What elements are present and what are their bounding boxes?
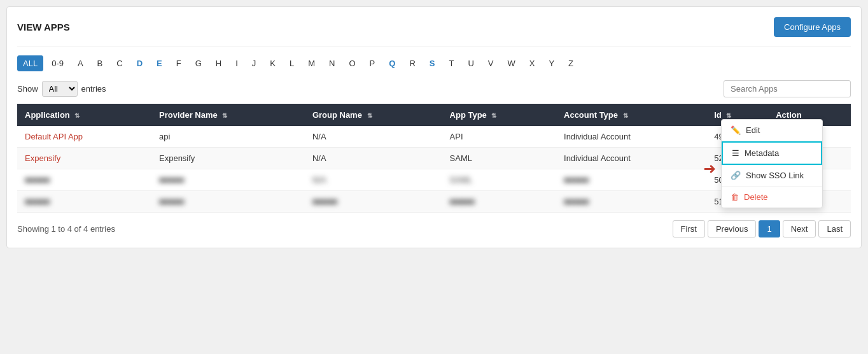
alpha-btn-m[interactable]: M: [302, 55, 321, 71]
page-btn-previous[interactable]: Previous: [708, 220, 757, 237]
alpha-btn-q[interactable]: Q: [383, 55, 401, 71]
alpha-btn-p[interactable]: P: [364, 55, 381, 71]
showing-text: Showing 1 to 4 of 4 entries: [17, 224, 115, 234]
account-type-cell: Individual Account: [556, 126, 706, 148]
alpha-btn-f[interactable]: F: [171, 55, 187, 71]
group-name-cell: N/A: [305, 126, 442, 148]
entries-label: entries: [81, 84, 106, 94]
alpha-btn-x[interactable]: X: [524, 55, 541, 71]
entries-select[interactable]: All102550100: [42, 81, 78, 97]
col-group-name[interactable]: Group Name ⇅: [305, 104, 442, 126]
context-menu-item-show-sso-link[interactable]: 🔗Show SSO Link: [722, 165, 822, 187]
alpha-btn-v[interactable]: V: [482, 55, 500, 71]
col-provider-name[interactable]: Provider Name ⇅: [151, 104, 305, 126]
alpha-btn-w[interactable]: W: [501, 55, 521, 71]
page-btn-last[interactable]: Last: [818, 220, 851, 237]
alpha-btn-u[interactable]: U: [462, 55, 479, 71]
provider-name-cell: ■■■■■: [151, 169, 305, 191]
account-type-cell: Individual Account: [556, 148, 706, 169]
menu-item-label: Metadata: [745, 148, 779, 158]
search-input[interactable]: [724, 80, 851, 97]
alpha-btn-e[interactable]: E: [151, 55, 168, 71]
app-type-cell: API: [442, 126, 556, 148]
app-type-cell: SAML: [442, 169, 556, 191]
alpha-btn-g[interactable]: G: [190, 55, 207, 71]
context-menu-item-metadata[interactable]: ☰Metadata: [722, 141, 822, 165]
sort-icon: ⇅: [74, 112, 80, 119]
application-cell: ■■■■■: [17, 169, 151, 191]
pagination: FirstPrevious1NextLast: [673, 220, 851, 237]
account-type-cell: ■■■■■: [556, 169, 706, 191]
configure-apps-button[interactable]: Configure Apps: [774, 17, 851, 37]
menu-item-label: Delete: [744, 192, 768, 202]
col-application[interactable]: Application ⇅: [17, 104, 151, 126]
group-name-cell: N/A: [305, 148, 442, 169]
alpha-btn-s[interactable]: S: [424, 55, 441, 71]
alpha-btn-b[interactable]: B: [92, 55, 109, 71]
metadata-icon: ☰: [732, 148, 739, 158]
alpha-btn-j[interactable]: J: [246, 55, 262, 71]
group-name-cell: ■■■■■: [305, 191, 442, 213]
alpha-btn-r[interactable]: R: [403, 55, 421, 71]
controls-row: Show All102550100 entries: [17, 80, 851, 97]
alpha-btn-k[interactable]: K: [264, 55, 281, 71]
account-type-cell: ■■■■■: [556, 191, 706, 213]
alpha-btn-a[interactable]: A: [72, 55, 89, 71]
alpha-btn-d[interactable]: D: [131, 55, 148, 71]
page-btn-first[interactable]: First: [673, 220, 705, 237]
col-app-type[interactable]: App Type ⇅: [442, 104, 556, 126]
alpha-filter-bar: ALL0-9ABCDEFGHIJKLMNOPQRSTUVWXYZ: [17, 55, 851, 71]
sort-icon: ⇅: [367, 112, 372, 119]
col-account-type[interactable]: Account Type ⇅: [556, 104, 706, 126]
header-row: VIEW APPS Configure Apps: [17, 17, 851, 46]
provider-name-cell: api: [151, 126, 305, 148]
sort-icon: ⇅: [726, 112, 731, 119]
provider-name-cell: ■■■■■: [151, 191, 305, 213]
app-type-cell: SAML: [442, 148, 556, 169]
app-link[interactable]: Default API App: [25, 132, 83, 141]
show sso link-icon: 🔗: [731, 171, 741, 180]
context-menu-item-delete[interactable]: 🗑Delete: [722, 187, 822, 208]
menu-item-label: Edit: [746, 125, 760, 135]
context-menu: ✏️Edit☰Metadata🔗Show SSO Link🗑Delete: [721, 119, 823, 208]
sort-icon: ⇅: [491, 112, 496, 119]
alpha-btn-y[interactable]: Y: [543, 55, 560, 71]
alpha-btn-c[interactable]: C: [111, 55, 128, 71]
alpha-btn-0-9[interactable]: 0-9: [46, 55, 69, 71]
context-menu-item-edit[interactable]: ✏️Edit: [722, 120, 822, 141]
show-label: Show: [17, 84, 38, 94]
show-entries-control: Show All102550100 entries: [17, 81, 106, 97]
alpha-btn-i[interactable]: I: [230, 55, 244, 71]
app-type-cell: ■■■■■: [442, 191, 556, 213]
alpha-btn-o[interactable]: O: [343, 55, 361, 71]
alpha-btn-l[interactable]: L: [284, 55, 300, 71]
arrow-indicator: ➜: [703, 160, 716, 178]
edit-icon: ✏️: [731, 125, 741, 135]
alpha-btn-t[interactable]: T: [443, 55, 459, 71]
provider-name-cell: Expensify: [151, 148, 305, 169]
page-btn-1[interactable]: 1: [759, 220, 780, 237]
application-cell: ■■■■■: [17, 191, 151, 213]
alpha-btn-n[interactable]: N: [323, 55, 340, 71]
sort-icon: ⇅: [623, 112, 628, 119]
group-name-cell: N/A: [305, 169, 442, 191]
page-wrapper: VIEW APPS Configure Apps ALL0-9ABCDEFGHI…: [6, 6, 862, 248]
alpha-btn-z[interactable]: Z: [563, 55, 579, 71]
app-link[interactable]: Expensify: [25, 153, 60, 163]
page-title: VIEW APPS: [17, 22, 70, 32]
delete-icon: 🗑: [731, 192, 739, 202]
alpha-btn-all[interactable]: ALL: [17, 55, 43, 71]
page-btn-next[interactable]: Next: [783, 220, 816, 237]
sort-icon: ⇅: [222, 112, 227, 119]
alpha-btn-h[interactable]: H: [210, 55, 227, 71]
footer-row: Showing 1 to 4 of 4 entries FirstPreviou…: [17, 220, 851, 237]
menu-item-label: Show SSO Link: [746, 171, 804, 180]
